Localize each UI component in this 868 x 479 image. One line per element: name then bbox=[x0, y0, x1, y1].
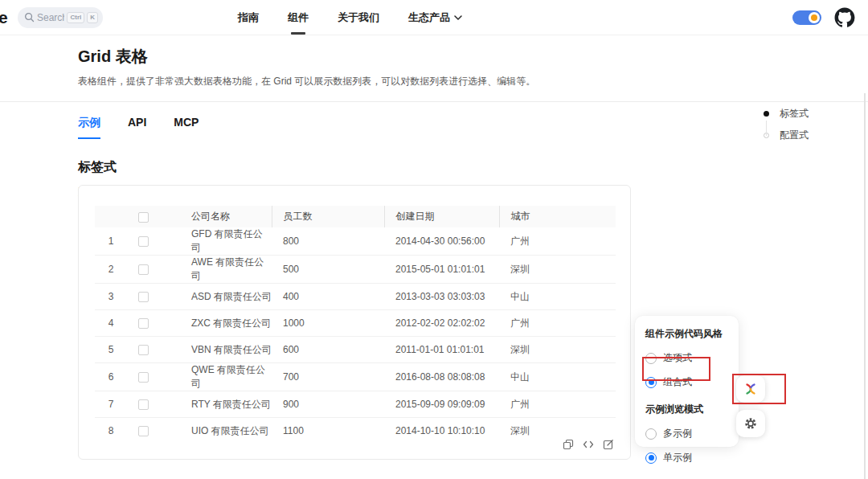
anchor-item-tag-style[interactable]: 标签式 bbox=[764, 108, 809, 119]
radio-icon-selected[interactable] bbox=[645, 377, 657, 388]
page-scrollbar[interactable] bbox=[864, 93, 866, 479]
row-checkbox[interactable] bbox=[138, 264, 149, 275]
nav-item-ecosystem[interactable]: 生态产品 bbox=[408, 0, 462, 35]
page-title: Grid 表格 bbox=[78, 46, 868, 68]
row-checkbox[interactable] bbox=[138, 426, 149, 436]
search-box[interactable]: Ctrl K bbox=[18, 7, 103, 28]
radio-composition-api[interactable]: 组合式 bbox=[645, 375, 739, 389]
gear-icon bbox=[744, 417, 757, 430]
nav-item-about[interactable]: 关于我们 bbox=[338, 0, 379, 35]
table-row[interactable]: 4 ZXC 有限责任公司 1000 2012-02-02 02:02:02 广州 bbox=[95, 310, 616, 337]
brand-fab-button[interactable] bbox=[736, 375, 765, 403]
radio-options-api[interactable]: 选项式 bbox=[645, 351, 739, 365]
tab-examples[interactable]: 示例 bbox=[78, 116, 100, 139]
demo-actions bbox=[563, 439, 614, 450]
select-all-checkbox[interactable] bbox=[138, 212, 149, 223]
row-checkbox[interactable] bbox=[138, 345, 149, 355]
radio-icon[interactable] bbox=[645, 428, 657, 440]
grid-table: 公司名称 员工数 创建日期 城市 1 GFD 有限责任公司 800 2014-0… bbox=[95, 206, 616, 444]
select-all-header bbox=[127, 206, 180, 227]
search-icon bbox=[24, 12, 35, 23]
github-icon[interactable] bbox=[834, 7, 855, 28]
chevron-down-icon bbox=[454, 15, 462, 20]
sun-icon bbox=[809, 12, 820, 23]
navbar-right bbox=[792, 7, 855, 28]
example-settings-panel: 组件示例代码风格 选项式 组合式 示例浏览模式 多示例 单示例 bbox=[635, 316, 739, 447]
tab-api[interactable]: API bbox=[128, 116, 146, 139]
anchor-nav: 标签式 配置式 bbox=[764, 108, 809, 152]
radio-multi-example[interactable]: 多示例 bbox=[645, 427, 739, 440]
nav-item-components[interactable]: 组件 bbox=[288, 0, 309, 35]
demo-card: 公司名称 员工数 创建日期 城市 1 GFD 有限责任公司 800 2014-0… bbox=[78, 185, 631, 460]
search-input[interactable] bbox=[37, 12, 64, 23]
radio-icon[interactable] bbox=[645, 353, 657, 364]
col-employees: 员工数 bbox=[272, 206, 384, 227]
row-checkbox[interactable] bbox=[138, 318, 149, 329]
top-navbar: e Ctrl K 指南 组件 关于我们 生态产品 bbox=[0, 0, 868, 35]
section-title: 标签式 bbox=[78, 159, 868, 176]
table-row[interactable]: 1 GFD 有限责任公司 800 2014-04-30 00:56:00 广州 bbox=[95, 227, 616, 256]
row-checkbox[interactable] bbox=[138, 292, 149, 302]
table-row[interactable]: 2 AWE 有限责任公司 500 2015-05-01 01:01:01 深圳 bbox=[95, 256, 616, 284]
tab-mcp[interactable]: MCP bbox=[174, 116, 199, 139]
page-header: Grid 表格 表格组件，提供了非常强大数据表格功能，在 Grid 可以展示数据… bbox=[0, 35, 868, 102]
settings-fab-button[interactable] bbox=[736, 410, 765, 437]
col-company: 公司名称 bbox=[180, 206, 272, 227]
code-icon[interactable] bbox=[583, 439, 594, 450]
radio-single-example[interactable]: 单示例 bbox=[645, 451, 739, 465]
seq-header bbox=[95, 206, 127, 227]
table-row[interactable]: 7 RTY 有限责任公司 900 2015-09-09 09:09:09 广州 bbox=[95, 391, 616, 418]
doc-tabs: 示例 API MCP bbox=[78, 116, 868, 139]
brand-colorful-icon bbox=[743, 382, 758, 396]
browse-mode-title: 示例浏览模式 bbox=[645, 403, 739, 416]
nav-item-guide[interactable]: 指南 bbox=[238, 0, 259, 35]
edit-icon[interactable] bbox=[603, 439, 614, 450]
row-checkbox[interactable] bbox=[138, 399, 149, 410]
main-nav: 指南 组件 关于我们 生态产品 bbox=[238, 0, 462, 35]
row-checkbox[interactable] bbox=[138, 372, 149, 383]
page-description: 表格组件，提供了非常强大数据表格功能，在 Grid 可以展示数据列表，可以对数据… bbox=[78, 75, 868, 88]
table-row[interactable]: 6 QWE 有限责任公司 700 2016-08-08 08:08:08 中山 bbox=[95, 363, 616, 391]
radio-icon-selected[interactable] bbox=[645, 452, 657, 464]
kbd-k: K bbox=[87, 12, 98, 23]
kbd-ctrl: Ctrl bbox=[67, 12, 84, 23]
anchor-item-config-style[interactable]: 配置式 bbox=[764, 130, 809, 141]
theme-toggle[interactable] bbox=[792, 10, 821, 25]
anchor-connector bbox=[766, 121, 767, 136]
table-row[interactable]: 3 ASD 有限责任公司 400 2013-03-03 03:03:03 中山 bbox=[95, 284, 616, 310]
copy-icon[interactable] bbox=[563, 439, 574, 450]
site-logo[interactable]: e bbox=[0, 0, 11, 35]
anchor-dot-active bbox=[764, 111, 769, 117]
col-created: 创建日期 bbox=[384, 206, 499, 227]
table-row[interactable]: 5 VBN 有限责任公司 600 2011-01-01 01:01:01 深圳 bbox=[95, 337, 616, 363]
table-row[interactable]: 8 UIO 有限责任公司 1100 2014-10-10 10:10:10 深圳 bbox=[95, 418, 616, 444]
col-city: 城市 bbox=[499, 206, 616, 227]
table-header-row: 公司名称 员工数 创建日期 城市 bbox=[95, 206, 616, 227]
row-checkbox[interactable] bbox=[138, 236, 149, 247]
code-style-title: 组件示例代码风格 bbox=[645, 327, 739, 341]
